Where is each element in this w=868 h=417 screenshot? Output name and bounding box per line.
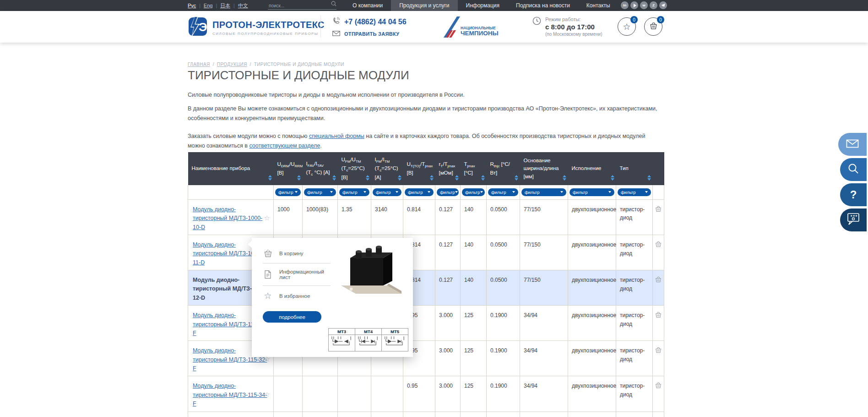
vk-icon[interactable]: w: [640, 1, 648, 9]
column-header-1[interactable]: UDRM/URRM [В]: [274, 152, 303, 185]
value-cell: [371, 412, 403, 417]
lang-eng[interactable]: Eng: [204, 3, 213, 8]
column-header-8[interactable]: Rthjc [°C/Вт]: [487, 152, 520, 185]
sort-arrows-icon[interactable]: [563, 175, 566, 181]
filter-button-7[interactable]: фильтр: [462, 188, 485, 196]
column-label: IFAV/ITAV (Tc °C) [А]: [306, 161, 330, 175]
phone-number[interactable]: +7 (4862) 44 04 56: [344, 18, 407, 26]
favorite-star-icon[interactable]: ☆: [264, 214, 270, 221]
add-to-cart-icon[interactable]: [653, 341, 664, 376]
value-cell: [338, 412, 371, 417]
add-to-cart-icon[interactable]: [653, 306, 664, 341]
column-header-4[interactable]: IFM/ITM (Tc=25°C) [А]: [371, 152, 403, 185]
value-cell: 0.127: [435, 235, 461, 270]
add-to-cart-icon[interactable]: [653, 235, 664, 270]
sort-arrows-icon[interactable]: [611, 175, 614, 181]
sort-arrows-icon[interactable]: [455, 175, 459, 181]
telegram-icon[interactable]: [659, 1, 667, 9]
column-header-9[interactable]: Основание ширина/длина [мм]: [520, 152, 568, 185]
favorites-button[interactable]: ☆ 0: [618, 17, 636, 36]
add-to-cart-icon[interactable]: [653, 376, 664, 412]
sort-arrows-icon[interactable]: [268, 175, 272, 181]
national-champions-logo: НАЦИОНАЛЬНЫЕ ЧЕМПИОНЫ: [440, 16, 505, 39]
feedback-mail-button[interactable]: [838, 133, 867, 156]
column-header-3[interactable]: UFM/UTM (Tc=25°C) [В]: [338, 152, 371, 185]
value-cell: [338, 376, 371, 412]
sort-arrows-icon[interactable]: [332, 175, 336, 181]
details-button[interactable]: подробнее: [263, 311, 321, 323]
breadcrumb-home[interactable]: ГЛАВНАЯ: [188, 62, 210, 67]
sort-arrows-icon[interactable]: [515, 175, 518, 181]
company-logo[interactable]: Э ПРОТОН-ЭЛЕКТРОТЕКС СИЛОВЫЕ ПОЛУПРОВОДН…: [188, 16, 325, 39]
help-button[interactable]: ?: [840, 183, 867, 206]
value-cell: [274, 412, 303, 417]
site-search-button[interactable]: [840, 158, 867, 181]
breadcrumb-separator: /: [250, 62, 251, 67]
chevron-down-icon: [512, 191, 515, 193]
lang-cn[interactable]: 中文: [238, 2, 248, 9]
menu-products[interactable]: Продукция и услуги: [391, 0, 457, 11]
add-to-cart-icon[interactable]: [653, 412, 664, 417]
sort-arrows-icon[interactable]: [366, 175, 369, 181]
filter-button-6[interactable]: фильтр: [437, 188, 459, 196]
column-header-10[interactable]: Исполнение: [568, 152, 616, 185]
column-header-6[interactable]: rT/Tjmax [мОм]: [435, 152, 461, 185]
top-bar: Рус | Eng | 日本 | 中文 О компании Продукция…: [0, 0, 868, 11]
datasheet-action[interactable]: Информационный лист: [263, 263, 333, 285]
menu-about[interactable]: О компании: [344, 0, 391, 11]
table-row: Модуль диодно-тиристорный МД/ТЗ-1000-10-…: [188, 199, 664, 235]
column-header-7[interactable]: Tjmax [°C]: [461, 152, 487, 185]
search-icon[interactable]: [331, 0, 336, 8]
column-header-5[interactable]: UT(TO)/Tjmax [В]: [403, 152, 435, 185]
column-header-2[interactable]: IFAV/ITAV (Tc °C) [А]: [303, 152, 338, 185]
contact-block: +7 (4862) 44 04 56 ОТПРАВИТЬ ЗАЯВКУ: [332, 17, 407, 38]
column-header-0[interactable]: Наименование прибора: [188, 152, 274, 185]
filter-button-11[interactable]: фильтр: [618, 188, 651, 196]
filter-button-5[interactable]: фильтр: [405, 188, 434, 196]
value-cell: 140: [461, 235, 487, 270]
menu-contacts[interactable]: Контакты: [578, 0, 618, 11]
product-link[interactable]: Модуль диодно-тиристорный МД/ТЗ-115-34-F: [193, 383, 267, 407]
search-input[interactable]: [268, 3, 331, 9]
sort-arrows-icon[interactable]: [647, 175, 651, 181]
favorite-star-icon[interactable]: ☆: [264, 391, 270, 398]
add-to-cart-icon[interactable]: [653, 270, 664, 306]
product-name-cell: Модуль диодно-тиристорный МД/ТЗ-115-36-F…: [188, 412, 274, 417]
youtube-icon[interactable]: [630, 1, 638, 9]
chevron-down-icon: [645, 191, 648, 193]
filter-button-4[interactable]: фильтр: [373, 188, 401, 196]
cart-button[interactable]: 0: [644, 17, 662, 36]
breadcrumb-products[interactable]: ПРОДУКЦИЯ: [217, 62, 247, 67]
column-header-cart: [653, 152, 664, 185]
menu-subscribe[interactable]: Подписка на новости: [508, 0, 578, 11]
product-link[interactable]: Модуль диодно-тиристорный МД/ТЗ-1000-10-…: [193, 206, 262, 230]
add-to-cart-action[interactable]: В корзину: [263, 243, 333, 263]
review-button[interactable]: ★★★: [840, 208, 867, 231]
filter-button-2[interactable]: фильтр: [304, 188, 336, 196]
sort-arrows-icon[interactable]: [297, 175, 301, 181]
column-header-11[interactable]: Тип: [616, 152, 653, 185]
add-to-favorites-action[interactable]: ☆ В избранное: [263, 286, 333, 306]
zen-icon[interactable]: Z: [650, 1, 657, 9]
menu-information[interactable]: Информация: [458, 0, 508, 11]
filter-button-10[interactable]: фильтр: [570, 188, 614, 196]
search-box[interactable]: [268, 1, 336, 10]
filter-button-8[interactable]: фильтр: [488, 188, 518, 196]
sort-arrows-icon[interactable]: [430, 175, 434, 181]
filter-cell: фильтр: [435, 185, 461, 200]
lang-jp[interactable]: 日本: [220, 2, 230, 9]
related-section-link[interactable]: соответствующем разделе: [249, 143, 320, 149]
filter-button-9[interactable]: фильтр: [521, 188, 566, 196]
special-form-link[interactable]: специальной формы: [309, 133, 364, 139]
filter-button-1[interactable]: фильтр: [275, 188, 301, 196]
sort-arrows-icon[interactable]: [398, 175, 401, 181]
add-to-cart-icon[interactable]: [653, 199, 664, 235]
chevron-down-icon: [396, 191, 398, 193]
linkedin-icon[interactable]: in: [621, 1, 629, 9]
filter-button-3[interactable]: фильтр: [339, 188, 369, 196]
value-cell: 0.127: [435, 270, 461, 306]
send-request-link[interactable]: ОТПРАВИТЬ ЗАЯВКУ: [344, 31, 399, 37]
lang-separator: |: [216, 3, 217, 8]
sort-arrows-icon[interactable]: [481, 175, 485, 181]
lang-rus[interactable]: Рус: [188, 3, 196, 8]
